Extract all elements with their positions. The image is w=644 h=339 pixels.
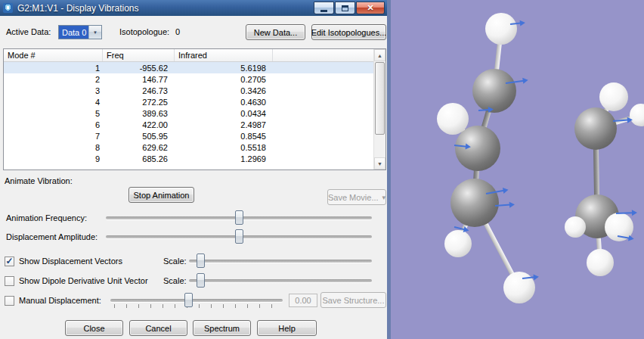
atom-carbon[interactable] [450,179,499,227]
chevron-down-icon: ▼ [93,30,98,35]
molecule-scene [391,0,644,339]
minimize-icon [320,10,327,12]
animate-vibration-label: Animate Vibration: [5,174,73,188]
table-row[interactable]: 8629.620.5518 [4,142,373,153]
table-cell: 0.0434 [175,109,273,118]
table-cell: 685.26 [103,154,175,163]
manual-displacement-checkbox[interactable] [5,296,14,306]
table-row[interactable]: 2146.770.2705 [4,73,373,85]
cancel-label: Cancel [145,324,171,333]
cancel-button[interactable]: Cancel [129,320,187,336]
table-row[interactable]: 3246.730.3426 [4,85,373,96]
table-cell: 0.5518 [175,143,273,152]
table-row[interactable]: 7505.950.8545 [4,130,373,142]
atom-hydrogen[interactable] [587,249,614,276]
edit-isotopologues-label: Edit Isotopologues... [311,28,387,37]
spectrum-button[interactable]: Spectrum [193,320,251,336]
show-dipole-label: Show Dipole Derivative Unit Vector [19,274,148,288]
table-scrollbar[interactable]: ▲ ▼ [373,49,385,170]
dipole-scale-slider[interactable] [189,272,372,289]
table-cell: 0.2705 [175,75,273,84]
minimize-button[interactable] [314,2,334,14]
atom-hydrogen[interactable] [444,230,472,257]
manual-displacement-label: Manual Displacement: [19,294,101,307]
table-cell: 422.00 [103,120,175,129]
column-header-infrared[interactable]: Infrared [175,49,273,61]
slider-track [189,260,372,263]
table-row[interactable]: 1-955.625.6198 [4,62,373,73]
table-cell: 5 [4,109,103,118]
animation-frequency-slider[interactable] [106,210,372,226]
displacement-vector-arrow [616,210,637,216]
slider-thumb[interactable] [235,210,243,225]
vector-scale-slider[interactable] [189,253,372,269]
column-header-mode[interactable]: Mode # [4,49,103,61]
edit-isotopologues-button[interactable]: Edit Isotopologues... [311,24,386,40]
show-dipole-checkbox[interactable] [5,276,14,286]
table-cell: 0.3426 [175,86,273,95]
isotopologue-label: Isotopologue: [119,25,169,39]
atom-hydrogen[interactable] [630,104,644,126]
table-row[interactable]: 6422.002.4987 [4,119,373,130]
table-cell: 1 [4,64,103,73]
atom-hydrogen[interactable] [599,82,628,111]
displacement-vector-arrow [510,20,526,27]
animation-frequency-label: Animation Frequency: [6,211,87,225]
atom-carbon[interactable] [472,69,516,113]
close-button[interactable]: ✕ [356,2,385,14]
show-vectors-label: Show Displacement Vectors [19,254,122,268]
displacement-vector-arrow [495,201,515,209]
vibration-table-body: 1-955.625.61982146.770.27053246.730.3426… [4,62,373,170]
dropdown-arrow-icon: ▾ [382,194,386,201]
table-cell: 8 [4,143,103,152]
help-button[interactable]: Help [257,320,317,336]
slider-ticks [114,304,280,308]
table-header: Mode # Freq Infrared [4,49,385,62]
molecule-viewport[interactable] [391,0,644,339]
table-row[interactable]: 9685.261.2969 [4,153,373,164]
titlebar[interactable]: G2:M1:V1 - Display Vibrations ✕ [0,0,387,16]
show-vectors-checkbox[interactable]: ✓ [5,257,14,266]
slider-thumb[interactable] [197,273,205,288]
save-structure-button[interactable]: Save Structure... [320,292,386,308]
manual-displacement-slider[interactable] [110,292,283,309]
scrollbar-thumb[interactable] [375,62,385,135]
combo-dropdown-button[interactable]: ▼ [88,26,101,39]
scroll-down-icon: ▼ [377,161,382,166]
slider-thumb[interactable] [197,253,205,268]
atom-hydrogen[interactable] [485,13,517,45]
table-row[interactable]: 4272.250.4630 [4,96,373,107]
scroll-down-button[interactable]: ▼ [374,157,385,170]
restore-button[interactable] [335,2,355,14]
active-data-select[interactable]: Data 0 ▼ [58,25,102,39]
displacement-vector-arrow [522,274,540,281]
scroll-up-button[interactable]: ▲ [374,49,385,61]
stop-animation-button[interactable]: Stop Animation [128,187,194,203]
app-icon [3,3,13,13]
table-cell: 1.2969 [175,154,273,163]
column-header-freq[interactable]: Freq [103,49,175,61]
scroll-up-icon: ▲ [377,53,382,58]
restore-icon [342,5,348,11]
new-data-button[interactable]: New Data... [246,24,305,40]
manual-displacement-field[interactable]: 0.00 [289,294,317,307]
save-movie-button[interactable]: Save Movie... ▾ [327,189,386,205]
table-row[interactable]: 5389.630.0434 [4,107,373,119]
atom-hydrogen[interactable] [437,103,469,135]
slider-track [110,299,283,302]
active-data-value: Data 0 [59,26,88,39]
table-cell: 3 [4,86,103,95]
save-movie-label: Save Movie... [328,193,379,202]
window-controls: ✕ [313,2,385,14]
new-data-label: New Data... [254,28,297,37]
displacement-amplitude-slider[interactable] [106,229,372,245]
atom-carbon[interactable] [574,107,617,150]
table-cell: 146.77 [103,75,175,84]
close-dialog-button[interactable]: Close [65,320,123,336]
table-cell: 2.4987 [175,120,273,129]
table-cell: 9 [4,154,103,163]
atom-hydrogen[interactable] [565,216,586,238]
slider-thumb[interactable] [184,293,193,307]
slider-thumb[interactable] [235,229,243,244]
table-cell: -955.62 [103,64,175,73]
